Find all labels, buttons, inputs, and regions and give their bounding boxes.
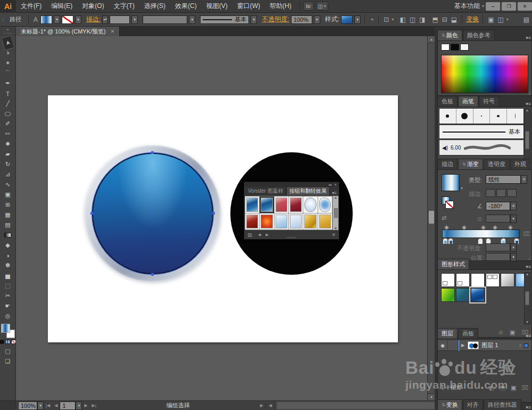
scroll-up-icon[interactable]: ▲ — [526, 273, 529, 276]
brush-dot-5pt[interactable] — [439, 109, 456, 124]
menu-object[interactable]: 对象(O) — [77, 0, 109, 13]
type-tool[interactable]: T — [2, 88, 14, 99]
menu-type[interactable]: 文字(T) — [109, 0, 139, 13]
hand-tool[interactable]: ☛ — [2, 301, 14, 311]
tools-panel-header[interactable]: »⋯⋯ — [0, 27, 16, 36]
next-icon[interactable]: ▶ — [265, 233, 268, 237]
gradient-midpoint[interactable] — [493, 225, 498, 231]
tab-transform[interactable]: ⇅变换 — [437, 399, 462, 410]
brush-definition-field[interactable]: 基本 — [200, 15, 249, 24]
zoom-dropdown-icon[interactable]: ▾ — [37, 401, 44, 410]
gradient-midpoint[interactable] — [462, 225, 467, 231]
align-h-center-icon[interactable]: ◫ — [409, 16, 417, 23]
anchor-point-left[interactable] — [90, 212, 93, 215]
pattern-styles-window[interactable]: ◂◂ ✕ Vonster 图案样 按钮和翻转效果 ▾≡ — [244, 182, 339, 240]
gradient-midpoint[interactable] — [444, 225, 450, 231]
lasso-tool[interactable]: ⌒ — [2, 68, 14, 78]
horizontal-scrollbar[interactable] — [275, 401, 435, 410]
panel-menu-icon[interactable]: ▾≡ — [525, 35, 532, 40]
gradient-thumbnail-dropdown-icon[interactable]: ▾ — [461, 186, 463, 191]
artboard-number-field[interactable]: 1 — [60, 401, 76, 410]
tab-pathfinder[interactable]: 路径查找器 — [484, 399, 521, 410]
gradient-angle-field[interactable]: -180° — [486, 202, 510, 210]
close-button[interactable]: ✕ — [518, 2, 532, 11]
next-artboard-icon[interactable]: ▶ — [82, 403, 89, 408]
character-styles-icon[interactable]: A — [32, 16, 39, 23]
anchor-point-top[interactable] — [151, 151, 154, 154]
zoom-level-field[interactable]: 100% — [18, 401, 37, 410]
stroke-color-swatch[interactable] — [62, 15, 73, 24]
stroke-weight-field[interactable] — [110, 15, 130, 24]
tab-swatches[interactable]: 色板 — [437, 96, 458, 106]
tab-stroke[interactable]: 描边 — [437, 159, 458, 169]
panel-menu-icon[interactable]: ▾≡ — [332, 191, 338, 195]
graphic-style[interactable] — [501, 273, 514, 287]
stroke-weight-dropdown-icon[interactable]: ▾ — [131, 15, 138, 24]
graphic-style-default[interactable] — [441, 273, 455, 287]
pencil-tool[interactable]: ✏ — [2, 129, 14, 139]
break-link-icon[interactable]: ✕ — [331, 232, 336, 237]
menu-view[interactable]: 视图(V) — [202, 0, 232, 13]
drawing-mode-button[interactable]: ▢ — [2, 346, 14, 356]
blend-tool[interactable]: ◑ — [2, 250, 14, 260]
tab-buttons-rollovers[interactable]: 按钮和翻转效果 — [286, 186, 330, 195]
menu-window[interactable]: 窗口(W) — [232, 0, 265, 13]
style-swatch[interactable] — [318, 196, 332, 213]
workspace-switcher[interactable]: 基本功能 — [454, 2, 480, 11]
style-swatch[interactable] — [303, 196, 317, 213]
style-swatch[interactable] — [318, 214, 332, 230]
gradient-type-dropdown-icon[interactable]: ▾ — [521, 175, 527, 184]
width-profile-dropdown-icon[interactable]: ▾ — [189, 15, 195, 24]
color-mode-button[interactable] — [0, 340, 4, 344]
close-tab-icon[interactable]: ✕ — [111, 29, 115, 34]
restore-button[interactable]: ❐ — [502, 2, 516, 11]
panel-menu-icon[interactable]: ▾≡ — [525, 333, 532, 339]
shape-builder-tool[interactable]: ⊞ — [2, 200, 14, 210]
paintbrush-tool[interactable]: ✐ — [2, 119, 14, 129]
tab-gradient[interactable]: ⇅渐变 — [458, 159, 483, 169]
blob-brush-tool[interactable]: ✹ — [2, 139, 14, 149]
transform-link[interactable]: 变换 — [466, 15, 479, 24]
style-swatch[interactable] — [275, 196, 288, 213]
zoom-tool[interactable]: ◎ — [2, 311, 14, 321]
locate-object-icon[interactable]: ⌖ — [480, 384, 484, 391]
style-swatch[interactable] — [260, 214, 273, 230]
graphic-style[interactable] — [486, 273, 500, 287]
style-swatch[interactable] — [341, 15, 353, 24]
brush-row-charcoal[interactable]: ◀) 6.00 — [439, 140, 524, 155]
layer-name[interactable]: 图层 1 — [480, 341, 517, 349]
app-logo[interactable]: Ai — [0, 0, 16, 13]
center-point[interactable] — [152, 212, 154, 215]
artboard-tool[interactable]: ⬚ — [2, 281, 14, 291]
menu-effect[interactable]: 效果(C) — [170, 0, 202, 13]
symbol-sprayer-tool[interactable]: ✽ — [2, 260, 14, 270]
fill-swatch[interactable] — [1, 324, 10, 333]
gradient-type-field[interactable]: 线性 — [486, 175, 521, 184]
stroke-gradient-across-button[interactable] — [507, 189, 517, 197]
styles-scrollbar[interactable]: ▲ ▼ — [524, 272, 530, 324]
brush-row-basic[interactable]: 基本 — [439, 125, 524, 139]
gradient-mode-button[interactable] — [5, 340, 10, 344]
tab-graphic-styles[interactable]: 图形样式 — [437, 259, 469, 269]
resize-grip[interactable]: ◿ — [528, 91, 531, 95]
scroll-up-icon[interactable]: ▲ — [334, 196, 337, 199]
color-spectrum[interactable] — [441, 55, 528, 93]
tab-brushes[interactable]: 画笔 — [458, 96, 478, 106]
lock-cell[interactable] — [448, 340, 458, 351]
pen-tool[interactable]: ✒ — [2, 78, 14, 88]
layer-row[interactable]: ◉ ▶ 图层 1 ○ — [438, 340, 531, 351]
tab-color[interactable]: ⇅颜色 — [437, 30, 462, 40]
expand-layer-icon[interactable]: ▶ — [460, 343, 466, 348]
new-sublayer-icon[interactable]: ⬒ — [500, 384, 505, 391]
collapse-icon[interactable]: ◂◂ — [328, 183, 331, 186]
scroll-down-icon[interactable]: ▼ — [428, 393, 435, 400]
graphic-style-selected[interactable] — [471, 288, 485, 302]
tab-appearance[interactable]: 外观 — [510, 159, 530, 169]
style-swatch[interactable] — [245, 214, 259, 230]
scrollbar-thumb[interactable] — [525, 131, 529, 149]
library-menu-icon[interactable]: ▥. — [247, 232, 253, 237]
graphic-style[interactable] — [456, 273, 470, 287]
graphic-style[interactable] — [471, 273, 485, 287]
gradient-stop[interactable] — [443, 238, 448, 244]
align-bottom-icon[interactable]: ⬓ — [450, 16, 458, 23]
